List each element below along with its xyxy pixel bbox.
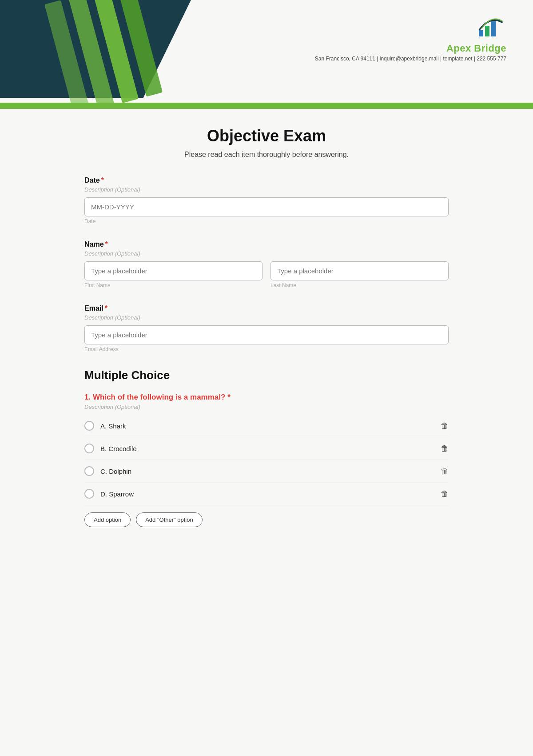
first-name-col: First Name <box>84 261 263 288</box>
add-other-option-button[interactable]: Add "Other" option <box>136 512 203 527</box>
date-field-section: Date* Description (Optional) Date <box>84 176 449 224</box>
option-c-label: C. Dolphin <box>100 468 131 475</box>
page-header: Apex Bridge San Francisco, CA 94111 | in… <box>0 0 533 109</box>
delete-option-d[interactable]: 🗑 <box>441 489 449 499</box>
form-subtitle: Please read each item thoroughly before … <box>84 151 449 159</box>
svg-rect-1 <box>485 26 489 36</box>
first-name-input[interactable] <box>84 261 263 280</box>
option-b: B. Crocodile 🗑 <box>84 437 449 460</box>
email-hint: Email Address <box>84 346 449 352</box>
radio-a[interactable] <box>84 421 94 431</box>
last-name-input[interactable] <box>270 261 449 280</box>
date-description: Description (Optional) <box>84 186 449 193</box>
main-content: Objective Exam Please read each item tho… <box>76 109 457 570</box>
delete-option-b[interactable]: 🗑 <box>441 444 449 453</box>
first-name-hint: First Name <box>84 282 263 288</box>
option-d-label: D. Sparrow <box>100 490 134 498</box>
add-buttons-row: Add option Add "Other" option <box>84 512 449 527</box>
option-a-label: A. Shark <box>100 422 126 430</box>
email-description: Description (Optional) <box>84 314 449 321</box>
email-field-section: Email* Description (Optional) Email Addr… <box>84 304 449 352</box>
option-c: C. Dolphin 🗑 <box>84 460 449 483</box>
name-field-label: Name* <box>84 240 449 248</box>
date-input[interactable] <box>84 197 449 216</box>
radio-d[interactable] <box>84 489 94 499</box>
delete-option-c[interactable]: 🗑 <box>441 467 449 476</box>
last-name-col: Last Name <box>270 261 449 288</box>
option-b-label: B. Crocodile <box>100 445 137 452</box>
radio-c[interactable] <box>84 466 94 476</box>
brand-name: Apex Bridge <box>446 43 506 54</box>
add-option-button[interactable]: Add option <box>84 512 131 527</box>
question-1-section: 1. Which of the following is a mammal? *… <box>84 393 449 527</box>
options-list: A. Shark 🗑 B. Crocodile 🗑 C. Dolphin 🗑 <box>84 415 449 505</box>
last-name-hint: Last Name <box>270 282 449 288</box>
email-input[interactable] <box>84 325 449 344</box>
name-row: First Name Last Name <box>84 261 449 288</box>
form-title: Objective Exam <box>84 127 449 145</box>
option-d: D. Sparrow 🗑 <box>84 483 449 505</box>
name-field-section: Name* Description (Optional) First Name … <box>84 240 449 288</box>
brand-info: San Francisco, CA 94111 | inquire@apexbr… <box>315 56 506 62</box>
radio-b[interactable] <box>84 444 94 453</box>
question-1-description: Description (Optional) <box>84 404 449 410</box>
header-green-bar <box>0 103 533 109</box>
question-1-label: 1. Which of the following is a mammal? * <box>84 393 449 402</box>
header-logo-area: Apex Bridge San Francisco, CA 94111 | in… <box>315 13 506 62</box>
date-hint: Date <box>84 218 449 224</box>
name-description: Description (Optional) <box>84 250 449 257</box>
email-field-label: Email* <box>84 304 449 312</box>
apex-bridge-logo <box>475 13 506 40</box>
svg-rect-2 <box>491 21 496 36</box>
delete-option-a[interactable]: 🗑 <box>441 421 449 431</box>
option-a: A. Shark 🗑 <box>84 415 449 437</box>
svg-rect-0 <box>479 30 483 36</box>
multiple-choice-heading: Multiple Choice <box>84 368 449 382</box>
date-field-label: Date* <box>84 176 449 184</box>
